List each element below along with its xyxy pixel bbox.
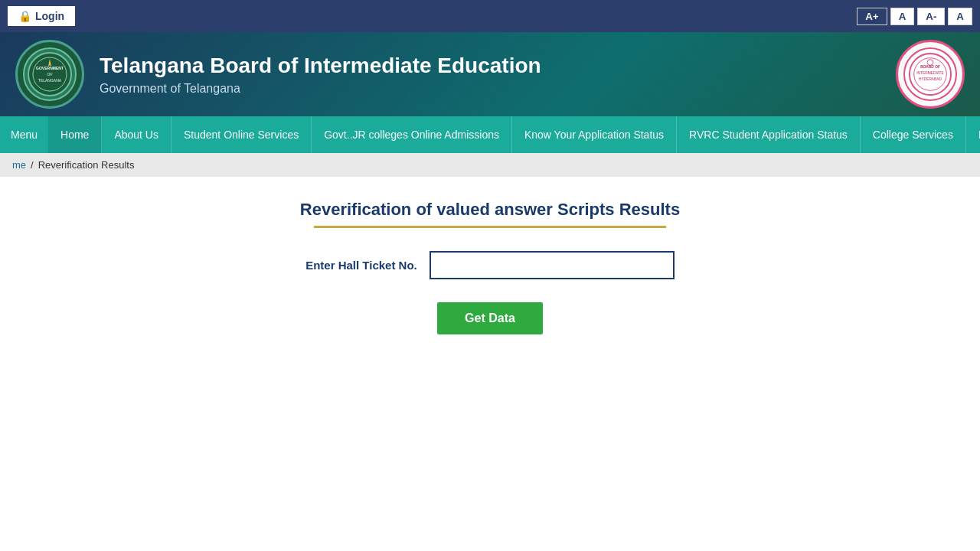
page-title-section: Reverification of valued answer Scripts … xyxy=(15,200,965,228)
nav-more[interactable]: Mor xyxy=(966,116,980,153)
hall-ticket-label: Enter Hall Ticket No. xyxy=(305,259,417,272)
login-button[interactable]: 🔒 Login xyxy=(8,6,75,26)
svg-text:INTERMEDIATE: INTERMEDIATE xyxy=(916,71,944,75)
breadcrumb-home[interactable]: me xyxy=(12,159,26,171)
nav-college-services[interactable]: College Services xyxy=(861,116,966,153)
site-header: GOVERNMENT OF TELANGANA Telangana Board … xyxy=(0,32,980,116)
gov-logo-left: GOVERNMENT OF TELANGANA xyxy=(15,40,84,109)
gov-logo-right: BOARD OF INTERMEDIATE HYDERABAD xyxy=(896,40,965,109)
main-content: Reverification of valued answer Scripts … xyxy=(0,177,980,357)
form-button-section: Get Data xyxy=(15,302,965,334)
header-title-block: Telangana Board of Intermediate Educatio… xyxy=(84,53,896,96)
font-decrease-button[interactable]: A- xyxy=(917,8,945,25)
nav-govt-jr-colleges[interactable]: Govt..JR colleges Online Admissions xyxy=(312,116,512,153)
font-normal-button[interactable]: A xyxy=(890,8,915,25)
lock-icon: 🔒 xyxy=(18,10,31,22)
nav-home[interactable]: Home xyxy=(48,116,102,153)
main-navbar: Menu Home About Us Student Online Servic… xyxy=(0,116,980,153)
svg-text:GOVERNMENT: GOVERNMENT xyxy=(36,66,64,70)
tsbie-emblem: BOARD OF INTERMEDIATE HYDERABAD xyxy=(903,47,957,101)
svg-text:BOARD OF: BOARD OF xyxy=(920,65,940,69)
menu-label[interactable]: Menu xyxy=(0,116,48,153)
gov-emblem: GOVERNMENT OF TELANGANA xyxy=(23,47,77,101)
breadcrumb: me / Reverification Results xyxy=(0,153,980,177)
page-title: Reverification of valued answer Scripts … xyxy=(15,200,965,220)
login-label: Login xyxy=(35,10,64,22)
nav-about-us[interactable]: About Us xyxy=(102,116,172,153)
nav-know-app-status[interactable]: Know Your Application Status xyxy=(512,116,677,153)
breadcrumb-separator: / xyxy=(31,159,34,171)
svg-text:OF: OF xyxy=(47,72,53,77)
font-size-controls: A+ A A- A xyxy=(857,8,972,25)
font-increase-button[interactable]: A+ xyxy=(857,8,887,25)
breadcrumb-current: Reverification Results xyxy=(38,159,135,171)
nav-rvrc-status[interactable]: RVRC Student Application Status xyxy=(677,116,861,153)
top-bar: 🔒 Login A+ A A- A xyxy=(0,0,980,32)
site-title: Telangana Board of Intermediate Educatio… xyxy=(100,53,880,79)
site-subtitle: Government of Telangana xyxy=(100,82,880,96)
hall-ticket-form: Enter Hall Ticket No. xyxy=(15,251,965,279)
nav-student-online-services[interactable]: Student Online Services xyxy=(172,116,312,153)
get-data-button[interactable]: Get Data xyxy=(437,302,543,334)
title-underline xyxy=(314,226,666,228)
hall-ticket-input[interactable] xyxy=(430,251,675,279)
svg-text:TELANGANA: TELANGANA xyxy=(38,78,62,83)
font-reset-button[interactable]: A xyxy=(948,8,972,25)
svg-text:HYDERABAD: HYDERABAD xyxy=(919,77,942,81)
